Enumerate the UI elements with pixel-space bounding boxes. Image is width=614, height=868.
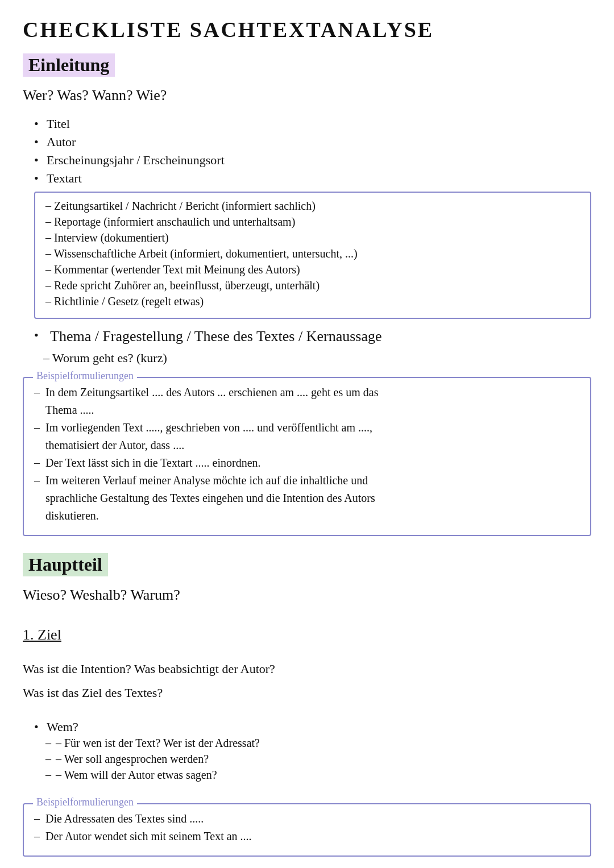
beispiel-line-2: Im vorliegenden Text ....., geschrieben … — [34, 421, 580, 434]
textart-item: – Richtlinie / Gesetz (regelt etwas) — [45, 295, 580, 308]
beispiel-label-hauptteil: Beispielformulierungen — [33, 796, 137, 808]
beispiel-box-einleitung: Beispielformulierungen In dem Zeitungsar… — [23, 377, 591, 536]
list-item: Autor — [34, 135, 591, 149]
einleitung-heading: Einleitung — [23, 53, 115, 77]
textart-item: – Rede spricht Zuhörer an, beeinflusst, … — [45, 279, 580, 292]
textart-box: – Zeitungsartikel / Nachricht / Bericht … — [34, 192, 591, 319]
thema-text: Thema / Fragestellung / These des Textes… — [50, 328, 382, 344]
wem-sub-item: – Für wen ist der Text? Wer ist der Adre… — [45, 737, 591, 750]
beispiel-line-3: Der Text lässt sich in die Textart .....… — [34, 456, 580, 470]
textart-item: – Interview (dokumentiert) — [45, 231, 580, 244]
textart-item: – Reportage (informiert anschaulich und … — [45, 215, 580, 229]
wem-sub-list: – Für wen ist der Text? Wer ist der Adre… — [45, 737, 591, 782]
textart-item: – Kommentar (wertender Text mit Meinung … — [45, 263, 580, 276]
beispiel-line-2-cont: thematisiert der Autor, dass .... — [34, 439, 580, 452]
thema-sub: – Worum geht es? (kurz) — [43, 351, 591, 366]
list-item: Erscheinungsjahr / Erscheinungsort — [34, 153, 591, 168]
list-item-textart: Textart — [34, 171, 591, 186]
hauptteil-subtitle: Wieso? Weshalb? Warum? — [23, 587, 591, 604]
wem-sub-item: – Wer soll angesprochen werden? — [45, 753, 591, 766]
beispiel-line-4: Im weiteren Verlauf meiner Analyse möcht… — [34, 474, 580, 487]
list-item: Titel — [34, 117, 591, 131]
beispiel-line-1: In dem Zeitungsartikel .... des Autors .… — [34, 386, 580, 399]
intention-line-2: Was ist das Ziel des Textes? — [23, 686, 591, 700]
ziel-heading: 1. Ziel — [23, 626, 591, 643]
einleitung-subtitle: Wer? Was? Wann? Wie? — [23, 87, 591, 104]
page-title: CHECKLISTE SACHTEXTANALYSE — [23, 17, 591, 42]
beispiel-line-4-cont: sprachliche Gestaltung des Textes eingeh… — [34, 492, 580, 505]
wem-sub-item: – Wem will der Autor etwas sagen? — [45, 769, 591, 782]
hauptteil-beispiel-line-2: Der Autor wendet sich mit seinem Text an… — [34, 830, 580, 843]
thema-bullet-item: Thema / Fragestellung / These des Textes… — [34, 328, 591, 345]
wem-bullet: Wem? — [34, 720, 591, 734]
hauptteil-heading: Hauptteil — [23, 553, 108, 576]
thema-bullet-list: Thema / Fragestellung / These des Textes… — [34, 328, 591, 345]
textart-item: – Wissenschaftliche Arbeit (informiert, … — [45, 247, 580, 260]
beispiel-line-4-cont2: diskutieren. — [34, 509, 580, 522]
beispiel-line-1-cont: Thema ..... — [34, 404, 580, 417]
textart-item: – Zeitungsartikel / Nachricht / Bericht … — [45, 200, 580, 213]
hauptteil-section: Hauptteil Wieso? Weshalb? Warum? 1. Ziel… — [23, 553, 591, 857]
intention-line-1: Was ist die Intention? Was beabsichtigt … — [23, 662, 591, 676]
beispiel-box-hauptteil: Beispielformulierungen Die Adressaten de… — [23, 803, 591, 857]
einleitung-bullet-list: Titel Autor Erscheinungsjahr / Erscheinu… — [34, 117, 591, 186]
beispiel-label-einleitung: Beispielformulierungen — [33, 370, 137, 382]
hauptteil-beispiel-line-1: Die Adressaten des Textes sind ..... — [34, 812, 580, 825]
